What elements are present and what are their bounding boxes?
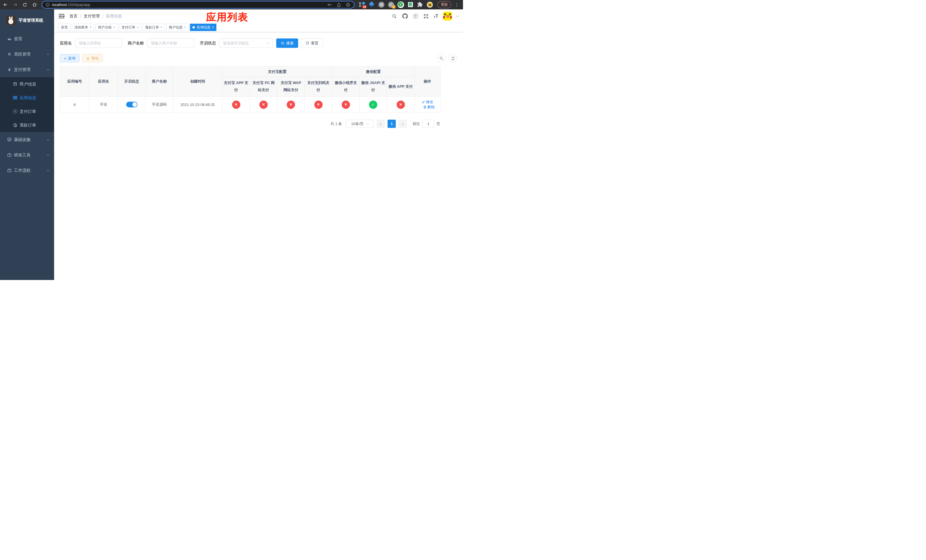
sidebar-item-label: 支付管理 <box>14 67 30 73</box>
sidebar-item-merchant-info[interactable]: 商户信息 <box>0 77 54 91</box>
notes-extension-icon[interactable] <box>407 2 413 8</box>
reload-icon[interactable] <box>22 2 27 8</box>
add-button[interactable]: 新增 <box>60 54 79 62</box>
sidebar-item-label: 应用信息 <box>20 95 36 101</box>
puzzle-extension-icon[interactable] <box>417 2 423 8</box>
search-button[interactable]: 搜索 <box>276 38 298 48</box>
command-extension-icon[interactable]: ⌘ <box>378 2 384 8</box>
sidebar-item-infrastructure[interactable]: 基础设施 <box>0 132 54 147</box>
font-size-icon[interactable]: TT <box>434 14 438 19</box>
cell-created: 2021-10-23 08:49:25 <box>173 97 222 113</box>
app-name-input[interactable] <box>75 38 122 48</box>
alipay-pc-disabled-icon <box>259 101 268 109</box>
sidebar-item-system[interactable]: ⚙ 系统管理 <box>0 47 54 62</box>
close-icon[interactable] <box>89 26 91 29</box>
goto-prefix-label: 前往 <box>413 121 420 127</box>
sidebar-item-refund-order[interactable]: 退款订单 <box>0 118 54 132</box>
col-group-wechat: 微信配置 <box>332 67 415 77</box>
browser-nav <box>3 2 37 8</box>
close-icon[interactable] <box>160 26 162 29</box>
status-select[interactable]: 请选择开启状态 <box>219 38 273 48</box>
browser-update-button[interactable]: 更新 <box>437 1 451 8</box>
emoji-extension-icon[interactable] <box>427 2 433 8</box>
sidebar-item-workflow[interactable]: 工作流程 <box>0 163 54 178</box>
site-info-icon[interactable] <box>45 3 50 7</box>
document-copy-icon <box>13 123 17 127</box>
home-icon[interactable] <box>32 2 37 8</box>
edit-link[interactable]: 修改 <box>422 100 433 104</box>
tag-pay-order[interactable]: 支付订单 <box>119 24 141 31</box>
close-icon[interactable] <box>137 26 139 29</box>
kite-extension-icon[interactable] <box>369 2 375 8</box>
merchant-name-input[interactable] <box>147 38 194 48</box>
prev-page-button[interactable]: ‹ <box>377 120 385 128</box>
sidebar-item-label: 系统管理 <box>14 51 30 57</box>
export-button[interactable]: 导出 <box>82 54 103 62</box>
chevron-down-icon <box>47 153 50 156</box>
tag-app-info[interactable]: 应用信息 <box>190 24 216 31</box>
sidebar-item-payment[interactable]: ¥ 支付管理 <box>0 62 54 77</box>
y-extension-icon[interactable]: Y <box>398 2 404 8</box>
url-text: localhost:1024/pay/app <box>52 3 90 7</box>
page-number-button[interactable]: 1 <box>387 120 396 128</box>
bookmark-star-icon[interactable] <box>346 2 351 7</box>
sidebar-item-pay-order[interactable]: ¥ 支付订单 <box>0 104 54 118</box>
page-size-select[interactable]: 10条/页 <box>346 120 374 128</box>
top-navbar: 首页 / 支付管理 / 应用信息 应用列表 ? TT <box>54 9 463 23</box>
avatar-caret-icon[interactable] <box>457 15 459 17</box>
page-annotation-title: 应用列表 <box>206 11 248 24</box>
search-icon[interactable] <box>392 14 397 19</box>
col-group-alipay: 支付宝配置 <box>222 67 332 77</box>
tag-merchant-info[interactable]: 商户信息 <box>166 24 189 31</box>
sidebar-item-app-info[interactable]: 应用信息 <box>0 91 54 104</box>
address-bar[interactable]: localhost:1024/pay/app <box>42 1 354 9</box>
back-icon[interactable] <box>3 2 8 8</box>
merchant-name-label: 商户名称 <box>128 41 144 46</box>
sidebar-item-label: 首页 <box>14 36 22 42</box>
tag-label: 支付订单 <box>122 25 135 30</box>
forward-icon[interactable] <box>12 2 18 8</box>
fullscreen-icon[interactable] <box>423 14 429 19</box>
delete-link[interactable]: 删除 <box>423 104 435 110</box>
status-toggle[interactable] <box>126 102 138 107</box>
github-icon[interactable] <box>402 14 408 19</box>
breadcrumb-payment[interactable]: 支付管理 <box>84 14 100 19</box>
close-icon[interactable] <box>184 26 186 29</box>
next-page-button[interactable]: › <box>399 120 407 128</box>
goto-page-input[interactable] <box>422 120 434 128</box>
password-key-icon[interactable] <box>327 2 332 7</box>
shop-icon <box>13 82 17 86</box>
app-logo[interactable]: 芋道管理系统 <box>0 9 54 31</box>
tag-user-group[interactable]: 用户分组 <box>95 24 118 31</box>
col-app-name: 应用名 <box>89 67 118 97</box>
tag-home[interactable]: 首页 <box>58 24 70 31</box>
help-icon[interactable]: ? <box>413 14 418 19</box>
close-icon[interactable] <box>212 26 214 29</box>
close-icon[interactable] <box>113 26 115 29</box>
tag-refund-order[interactable]: 退款订单 <box>143 24 165 31</box>
sidebar-item-home[interactable]: 首页 <box>0 31 54 47</box>
col-alipay-qr: 支付宝扫码支付 <box>305 77 332 97</box>
tag-process-form[interactable]: 流程表单 <box>72 24 94 31</box>
user-avatar[interactable] <box>443 12 452 21</box>
browser-menu-icon[interactable] <box>454 2 460 8</box>
url-path: :1024/pay/app <box>67 3 90 7</box>
yen-icon: ¥ <box>7 67 12 72</box>
gear-icon: ⚙ <box>7 52 12 56</box>
alipay-wap-disabled-icon <box>287 101 295 109</box>
share-icon[interactable] <box>337 3 341 7</box>
refresh-button[interactable] <box>448 54 457 63</box>
chevron-down-icon <box>47 52 50 55</box>
sidebar-collapse-icon[interactable] <box>59 14 64 18</box>
breadcrumb-separator: / <box>102 14 103 18</box>
chevron-down-icon <box>267 42 270 44</box>
breadcrumb-home[interactable]: 首页 <box>70 14 77 19</box>
reset-button[interactable]: 重置 <box>301 38 323 48</box>
breadcrumb-separator: / <box>80 14 81 18</box>
toggle-search-button[interactable] <box>437 54 446 63</box>
sidebar-item-dev-tools[interactable]: 研发工具 <box>0 147 54 163</box>
alipay-qr-disabled-icon <box>314 101 322 109</box>
recorder-extension-icon[interactable]: 1 <box>388 2 394 8</box>
blocks-extension-icon[interactable]: 10 <box>359 2 365 8</box>
plus-icon <box>64 56 67 61</box>
